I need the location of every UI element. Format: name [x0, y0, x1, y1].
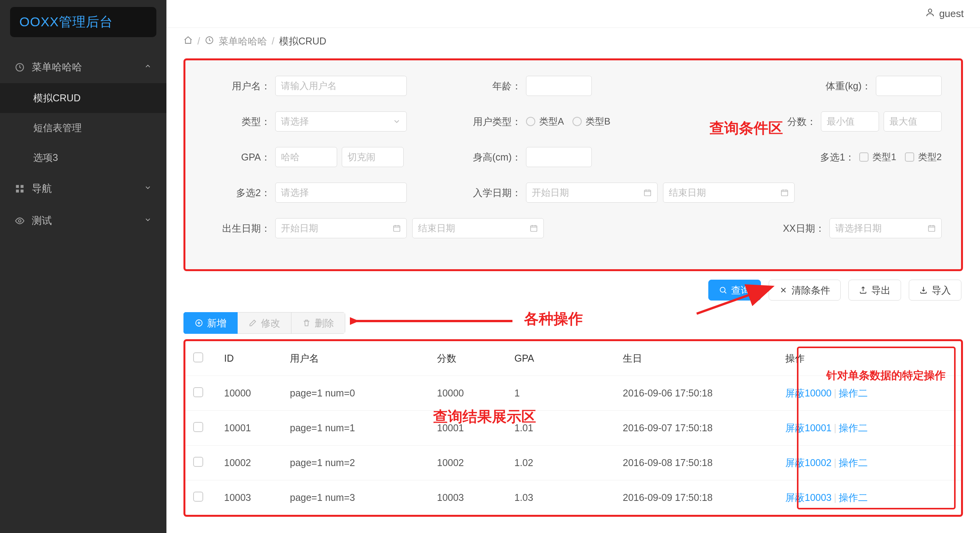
sidebar-item-sms[interactable]: 短信表管理	[0, 113, 166, 143]
annotation-row-ops: 针对单条数据的特定操作	[826, 368, 946, 383]
input-username[interactable]	[275, 76, 407, 96]
cell-score: 10000	[429, 376, 507, 411]
sidebar-menu-3-label: 测试	[32, 214, 52, 227]
annotation-query-area: 查询条件区	[709, 118, 783, 138]
row-op-1[interactable]: 屏蔽10000	[785, 388, 832, 398]
cell-ops: 屏蔽10002|操作二	[778, 446, 961, 480]
search-button[interactable]: 查询	[708, 280, 761, 301]
checkbox-all[interactable]	[193, 352, 203, 362]
clear-button[interactable]: 清除条件	[769, 280, 841, 301]
svg-rect-12	[929, 226, 935, 232]
search-icon	[719, 286, 727, 294]
cell-birth: 2016-09-09 17:50:18	[615, 480, 778, 515]
breadcrumb-menu[interactable]: 菜单哈哈哈	[219, 35, 267, 48]
cell-user: page=1 num=1	[282, 411, 429, 446]
breadcrumb: / 菜单哈哈哈 / 模拟CRUD	[166, 28, 980, 55]
grid-icon	[15, 184, 25, 194]
brand: OOXX管理后台	[10, 7, 156, 37]
sidebar-menu-2[interactable]: 导航	[0, 173, 166, 205]
cell-ops: 屏蔽10001|操作二	[778, 411, 961, 446]
row-checkbox[interactable]	[193, 422, 203, 432]
input-score-min[interactable]	[821, 111, 879, 132]
row-checkbox[interactable]	[193, 387, 203, 397]
cell-id: 10000	[216, 376, 282, 411]
radio-usertype-b[interactable]: 类型B	[572, 115, 610, 128]
cell-user: page=1 num=2	[282, 446, 429, 480]
row-checkbox[interactable]	[193, 492, 203, 502]
row-op-1[interactable]: 屏蔽10003	[785, 492, 832, 503]
select-type[interactable]: 请选择	[275, 111, 407, 132]
row-checkbox[interactable]	[193, 457, 203, 467]
svg-rect-10	[394, 226, 400, 232]
export-icon	[859, 286, 867, 294]
label-birth: 出生日期：	[205, 222, 271, 235]
add-button[interactable]: 新增	[183, 312, 238, 334]
trash-icon	[302, 319, 311, 327]
table-row: 10001page=1 num=1100011.012016-09-07 17:…	[185, 411, 961, 446]
home-icon[interactable]	[183, 36, 193, 47]
date-xx[interactable]: 请选择日期	[829, 218, 942, 238]
row-op-1[interactable]: 屏蔽10002	[785, 457, 832, 468]
svg-point-6	[929, 9, 932, 12]
row-op-2[interactable]: 操作二	[839, 388, 868, 398]
input-weight[interactable]	[876, 76, 942, 96]
export-button[interactable]: 导出	[848, 280, 901, 301]
svg-rect-9	[781, 190, 788, 196]
sidebar-item-crud[interactable]: 模拟CRUD	[0, 83, 166, 113]
import-button[interactable]: 导入	[909, 280, 961, 301]
label-gpa: GPA：	[205, 151, 271, 164]
label-xxdate: XX日期：	[774, 222, 825, 235]
delete-button[interactable]: 删除	[291, 312, 345, 334]
label-type: 类型：	[205, 115, 271, 128]
label-usertype: 用户类型：	[456, 115, 521, 128]
edit-button[interactable]: 修改	[238, 312, 291, 334]
sidebar-menu-1[interactable]: 菜单哈哈哈	[0, 51, 166, 83]
cell-gpa: 1.03	[507, 480, 615, 515]
row-op-2[interactable]: 操作二	[839, 457, 868, 468]
cell-gpa: 1.02	[507, 446, 615, 480]
svg-rect-3	[16, 190, 19, 193]
svg-rect-2	[21, 185, 24, 188]
input-height[interactable]	[526, 147, 592, 167]
checkbox-type1[interactable]: 类型1	[859, 151, 896, 163]
input-age[interactable]	[526, 76, 592, 96]
checkbox-type2[interactable]: 类型2	[905, 151, 942, 163]
edit-icon	[248, 319, 257, 327]
date-enroll-end[interactable]: 结束日期	[663, 183, 795, 203]
sidebar-item-opt3[interactable]: 选项3	[0, 143, 166, 173]
label-multi1: 多选1：	[816, 151, 855, 164]
select-multi2[interactable]: 请选择	[275, 183, 407, 203]
row-op-1[interactable]: 屏蔽10001	[785, 422, 832, 433]
input-gpa-2[interactable]	[342, 147, 404, 167]
annotation-ops-area: 各种操作	[524, 309, 583, 329]
radio-usertype-a[interactable]: 类型A	[526, 115, 564, 128]
select-multi2-placeholder: 请选择	[281, 186, 309, 199]
row-op-2[interactable]: 操作二	[839, 492, 868, 503]
cell-ops: 屏蔽10003|操作二	[778, 480, 961, 515]
col-user: 用户名	[282, 341, 429, 376]
cell-gpa: 1	[507, 376, 615, 411]
results-panel: 针对单条数据的特定操作 ID 用户名 分数 GPA 生日	[183, 339, 963, 517]
import-icon	[919, 286, 928, 294]
calendar-icon	[643, 188, 652, 197]
svg-rect-1	[16, 185, 19, 188]
date-birth-start[interactable]: 开始日期	[275, 218, 407, 238]
date-birth-end[interactable]: 结束日期	[412, 218, 544, 238]
arrow-icon	[350, 311, 516, 331]
chevron-down-icon	[144, 216, 152, 226]
action-bar: 查询 清除条件 导出 导入	[183, 271, 963, 309]
row-op-2[interactable]: 操作二	[839, 422, 868, 433]
input-gpa-1[interactable]	[275, 147, 337, 167]
calendar-icon	[529, 224, 538, 232]
label-weight: 体重(kg)：	[805, 80, 871, 92]
chevron-up-icon	[144, 62, 152, 72]
sidebar-menu-3[interactable]: 测试	[0, 205, 166, 237]
cell-id: 10002	[216, 446, 282, 480]
user-name: guest	[939, 8, 964, 20]
cell-birth: 2016-09-08 17:50:18	[615, 446, 778, 480]
svg-rect-8	[644, 190, 651, 196]
label-multi2: 多选2：	[205, 186, 271, 199]
user-menu[interactable]: guest	[925, 7, 964, 20]
date-enroll-start[interactable]: 开始日期	[526, 183, 658, 203]
input-score-max[interactable]	[884, 111, 942, 132]
